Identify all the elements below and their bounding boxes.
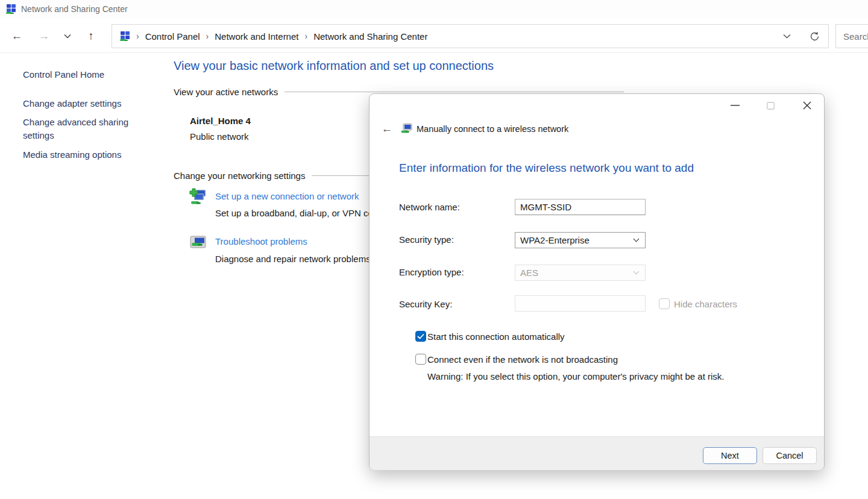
manually-connect-wireless-dialog: ← Manually connect to a wireless network… — [369, 93, 825, 470]
encryption-type-label: Encryption type: — [399, 267, 464, 277]
dialog-title: Manually connect to a wireless network — [417, 124, 568, 134]
troubleshoot-icon — [190, 236, 206, 250]
search-input[interactable] — [843, 31, 868, 42]
navigation-toolbar: ← → ↑ › Control Panel › Network and Inte… — [0, 18, 868, 53]
maximize-icon[interactable] — [756, 96, 784, 115]
network-sharing-center-icon — [6, 4, 16, 14]
dialog-heading: Enter information for the wireless netwo… — [399, 162, 694, 175]
sidebar-item-control-panel-home[interactable]: Control Panel Home — [23, 68, 104, 81]
hide-characters-checkbox[interactable] — [659, 298, 670, 309]
encryption-type-dropdown: AES — [515, 265, 646, 281]
cancel-button[interactable]: Cancel — [763, 447, 817, 464]
setup-new-connection-link[interactable]: Set up a new connection or network — [215, 191, 359, 201]
network-name: Airtel_Home 4 — [190, 116, 251, 126]
security-key-label: Security Key: — [399, 299, 452, 309]
separator-line — [285, 92, 624, 92]
address-bar[interactable]: › Control Panel › Network and Internet ›… — [112, 24, 829, 48]
refresh-icon[interactable] — [800, 31, 828, 42]
breadcrumb-app-icon — [120, 31, 130, 42]
chevron-right-icon: › — [206, 31, 209, 41]
troubleshoot-problems-link[interactable]: Troubleshoot problems — [215, 236, 307, 246]
forward-arrow-icon[interactable]: → — [36, 28, 52, 45]
hide-characters-label: Hide characters — [674, 299, 737, 309]
close-icon[interactable] — [793, 96, 821, 115]
recent-locations-chevron-icon[interactable] — [59, 28, 76, 45]
new-connection-icon — [189, 187, 208, 207]
minimize-icon[interactable] — [721, 96, 749, 115]
network-name-label: Network name: — [399, 202, 460, 212]
network-name-input[interactable] — [515, 199, 646, 215]
window-title: Network and Sharing Center — [21, 4, 128, 14]
security-type-dropdown[interactable]: WPA2-Enterprise — [515, 232, 646, 248]
checkmark-icon — [417, 333, 424, 339]
connect-even-if-not-broadcasting-label: Connect even if the network is not broad… — [427, 354, 618, 365]
breadcrumb-network-and-internet[interactable]: Network and Internet — [215, 31, 298, 42]
networking-settings-label: Change your networking settings — [174, 171, 310, 181]
security-key-input — [515, 295, 646, 312]
chevron-down-icon — [633, 238, 640, 242]
sidebar-item-media-streaming-options[interactable]: Media streaming options — [23, 148, 121, 162]
search-box[interactable] — [835, 24, 868, 48]
up-arrow-icon[interactable]: ↑ — [83, 28, 99, 45]
security-type-value: WPA2-Enterprise — [520, 235, 590, 245]
dialog-back-arrow-icon[interactable]: ← — [378, 121, 396, 137]
privacy-warning-text: Warning: If you select this option, your… — [427, 371, 725, 381]
breadcrumb-control-panel[interactable]: Control Panel — [145, 31, 200, 42]
window-titlebar: Network and Sharing Center — [0, 0, 868, 18]
back-arrow-icon[interactable]: ← — [8, 28, 25, 45]
connect-even-if-not-broadcasting-checkbox[interactable] — [415, 354, 426, 365]
dialog-footer: Next Cancel — [370, 436, 824, 470]
encryption-type-value: AES — [520, 268, 538, 278]
start-connection-automatically-label: Start this connection automatically — [427, 331, 565, 342]
start-connection-automatically-checkbox[interactable] — [415, 331, 426, 342]
chevron-right-icon: › — [304, 31, 307, 41]
active-networks-label: View your active networks — [174, 87, 283, 97]
sidebar-item-change-advanced-sharing-settings[interactable]: Change advanced sharing settings — [23, 116, 146, 142]
breadcrumb-network-and-sharing-center[interactable]: Network and Sharing Center — [313, 31, 427, 42]
wireless-network-icon — [401, 124, 412, 134]
security-type-label: Security type: — [399, 234, 454, 245]
page-title: View your basic network information and … — [174, 59, 494, 73]
network-and-sharing-center-window: Network and Sharing Center ← → ↑ › Contr… — [0, 0, 868, 499]
address-dropdown-chevron-icon[interactable] — [773, 34, 800, 39]
chevron-down-icon — [633, 271, 640, 275]
sidebar-item-change-adapter-settings[interactable]: Change adapter settings — [23, 97, 121, 110]
network-type: Public network — [190, 131, 249, 142]
next-button[interactable]: Next — [703, 447, 757, 464]
chevron-right-icon: › — [136, 31, 139, 41]
